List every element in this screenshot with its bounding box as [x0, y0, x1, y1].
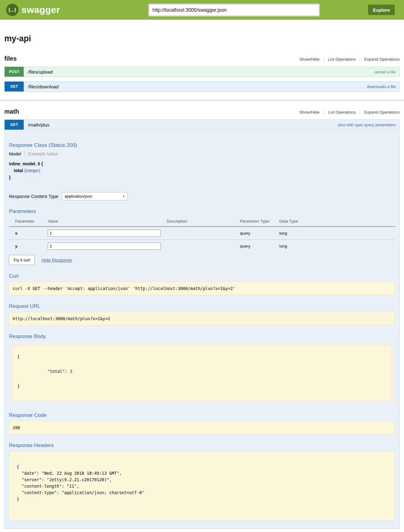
param-data-type: long: [279, 240, 395, 253]
response-body-box: { "total": 3 }: [12, 345, 392, 401]
parameters-table: Parameter Value Description Parameter Ty…: [9, 217, 395, 252]
col-parameter: Parameter: [9, 217, 48, 227]
response-body-heading: Response Body: [9, 333, 395, 340]
swagger-logo-text: swagger: [22, 5, 60, 15]
resource-name-files[interactable]: files: [4, 55, 17, 62]
param-type: query: [240, 240, 279, 253]
param-type: query: [240, 227, 279, 240]
resource-name-math[interactable]: math: [4, 108, 19, 115]
op-row-post-files-upload[interactable]: POST /files/upload upload a file: [4, 66, 400, 77]
expand-operations-link[interactable]: Expand Operations: [360, 57, 400, 62]
op-summary[interactable]: plus with spec query parameters: [338, 123, 396, 127]
spec-url-input[interactable]: [149, 4, 319, 16]
resource-header-files: files Show/Hide List Operations Expand O…: [4, 55, 400, 62]
method-badge-get[interactable]: GET: [5, 120, 24, 130]
op-summary[interactable]: upload a file: [374, 70, 396, 74]
response-code-heading: Response Code: [9, 412, 395, 418]
col-data-type: Data Type: [279, 217, 395, 227]
show-hide-link[interactable]: Show/Hide: [295, 57, 323, 62]
json-open-brace: {: [17, 353, 387, 360]
show-hide-link[interactable]: Show/Hide: [295, 110, 323, 115]
response-code-box: 200: [9, 421, 395, 434]
op-summary[interactable]: downloads a file: [367, 84, 396, 89]
resource-controls-files: Show/Hide List Operations Expand Operati…: [295, 57, 400, 62]
hide-response-link[interactable]: Hide Response: [42, 258, 72, 263]
op-row-get-files-download[interactable]: GET /files/download downloads a file: [4, 81, 400, 92]
col-value: Value: [48, 217, 167, 227]
param-y-input[interactable]: [48, 243, 161, 250]
param-x-input[interactable]: [48, 230, 161, 237]
swagger-logo[interactable]: {…} swagger: [6, 4, 60, 16]
resource-controls-math: Show/Hide List Operations Expand Operati…: [295, 110, 400, 115]
curl-command-box: curl -X GET --header 'Accept: applicatio…: [9, 282, 395, 295]
top-bar: {…} swagger Explore: [0, 0, 404, 20]
section-divider: [0, 100, 404, 101]
tab-model[interactable]: Model: [9, 151, 25, 156]
resource-header-math: math Show/Hide List Operations Expand Op…: [4, 108, 400, 115]
list-operations-link[interactable]: List Operations: [324, 110, 360, 115]
response-body-wrapper: { "total": 3 }: [9, 342, 395, 404]
op-path[interactable]: /math/plus: [28, 122, 49, 127]
parameters-header-row: Parameter Value Description Parameter Ty…: [9, 217, 395, 227]
model-signature: inline_model_0 { total (integer) }: [9, 161, 395, 180]
operation-detail-panel: Response Class (Status 200) Model Exampl…: [4, 130, 400, 529]
method-badge-get[interactable]: GET: [5, 82, 24, 91]
model-property-type: (integer): [24, 168, 40, 173]
json-close-brace: }: [17, 382, 387, 390]
select-arrows-icon: ▲▼: [123, 195, 125, 198]
model-close-line: }: [9, 175, 395, 180]
op-path[interactable]: /files/upload: [28, 69, 53, 75]
page-title: my-api: [4, 34, 400, 43]
param-description: [167, 240, 240, 253]
expand-operations-link[interactable]: Expand Operations: [360, 110, 400, 115]
response-headers-heading: Response Headers: [9, 442, 395, 449]
json-number-value: 3: [70, 369, 72, 374]
param-row-y: y query long: [9, 240, 395, 253]
response-content-type-label: Response Content Type: [9, 194, 59, 199]
model-open-line: inline_model_0 {: [9, 161, 395, 166]
op-path[interactable]: /files/download: [28, 84, 59, 89]
param-data-type: long: [279, 227, 395, 240]
col-description: Description: [167, 217, 240, 227]
method-badge-post[interactable]: POST: [5, 67, 24, 77]
json-key: "total":: [42, 369, 70, 374]
col-parameter-type: Parameter Type: [240, 217, 279, 227]
curl-heading: Curl: [9, 273, 395, 279]
json-total-line: "total": 3: [17, 360, 387, 382]
param-description: [167, 227, 240, 240]
request-url-heading: Request URL: [9, 303, 395, 309]
model-tabs: Model Example Value: [9, 151, 395, 157]
response-content-type-select[interactable]: application/json ▲▼: [62, 192, 128, 200]
op-row-get-math-plus[interactable]: GET /math/plus plus with spec query para…: [4, 119, 400, 130]
list-operations-link[interactable]: List Operations: [324, 57, 360, 62]
try-row: Try it out! Hide Response: [9, 255, 395, 265]
swagger-braces-icon: {…}: [6, 4, 18, 16]
response-headers-box: { "date": "Wed, 22 Aug 2018 18:49:13 GMT…: [9, 451, 395, 521]
response-headers-json: { "date": "Wed, 22 Aug 2018 18:49:13 GMT…: [17, 464, 391, 502]
parameters-heading: Parameters: [9, 208, 395, 215]
explore-button[interactable]: Explore: [368, 5, 395, 15]
response-class-heading: Response Class (Status 200): [9, 142, 395, 148]
model-property: total (integer): [14, 168, 395, 173]
param-row-x: x query long: [9, 227, 395, 240]
param-name: y: [9, 240, 48, 253]
tab-example-value[interactable]: Example Value: [25, 151, 58, 156]
response-content-type-row: Response Content Type application/json ▲…: [9, 192, 395, 200]
param-name: x: [9, 227, 48, 240]
request-url-box: http://localhost:3000/math/plus?x=1&y=2: [9, 312, 395, 325]
response-content-type-value: application/json: [65, 194, 92, 199]
try-it-out-button[interactable]: Try it out!: [9, 255, 35, 265]
model-property-name: total: [14, 168, 23, 173]
